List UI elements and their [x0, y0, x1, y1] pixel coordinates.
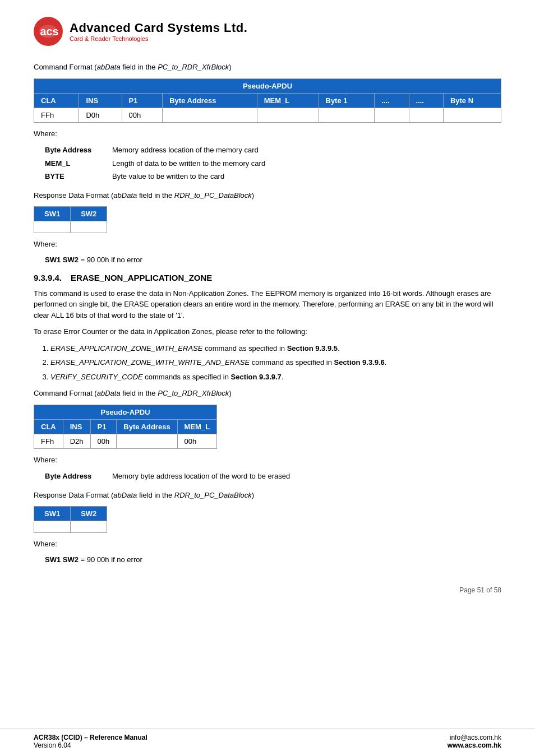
abdata-1: abData	[97, 63, 121, 71]
company-tagline: Card & Reader Technologies	[70, 35, 247, 42]
th-sw1-2: SW1	[34, 507, 71, 521]
where-section-1: Byte Address Memory address location of …	[45, 145, 501, 182]
list-item-1-italic: ERASE_APPLICATION_ZONE_WITH_ERASE	[50, 344, 202, 353]
where-row-1: Byte Address Memory address location of …	[45, 145, 501, 156]
where-row-3: BYTE Byte value to be written to the car…	[45, 171, 501, 182]
where-row-3-1: Byte Address Memory byte address locatio…	[45, 471, 501, 482]
th-p1-3: P1	[90, 419, 117, 434]
acs-logo-svg: acs	[38, 24, 58, 39]
list-item-2-rest: command as specified in	[250, 358, 334, 367]
pseudo-apdu-header-row-3: Pseudo-APDU	[34, 405, 217, 419]
table1-header-row: CLA INS P1 Byte Address MEM_L Byte 1 ...…	[34, 93, 501, 108]
footer-doc-title: ACR38x (CCID) – Reference Manual	[34, 734, 147, 741]
list-item-2-italic: ERASE_APPLICATION_ZONE_WITH_WRITE_AND_ER…	[50, 358, 250, 367]
sw-table1: SW1 SW2	[34, 206, 107, 233]
field-in-4: field in the	[137, 491, 174, 499]
table3: Pseudo-APDU CLA INS P1 Byte Address MEM_…	[34, 405, 217, 449]
table3-data-row: FFh D2h 00h 00h	[34, 434, 217, 448]
th-byten-1: Byte N	[443, 93, 501, 108]
response-label-1: Response Data Format (	[34, 191, 113, 200]
th-p1-1: P1	[122, 93, 163, 108]
where-section-3: Byte Address Memory byte address locatio…	[45, 471, 501, 482]
field-in-3: field in the	[121, 389, 158, 397]
sw-table2: SW1 SW2	[34, 506, 107, 533]
list-item-1-ref: Section 9.3.9.5	[287, 344, 338, 353]
section-9394-heading: 9.3.9.4. ERASE_NON_APPLICATION_ZONE	[34, 273, 501, 282]
sw-note-2: SW1 SW2 = 90 00h if no error	[45, 555, 501, 564]
section-title-9394: ERASE_NON_APPLICATION_ZONE	[71, 273, 212, 282]
td-byteaddr-val-1	[163, 108, 257, 122]
page-footer: ACR38x (CCID) – Reference Manual Version…	[0, 729, 535, 756]
list-item-2-ref: Section 9.3.9.6	[334, 358, 384, 367]
close-paren-4: )	[252, 491, 254, 499]
where-val-3-1: Memory byte address location of the word…	[112, 471, 290, 482]
list-item-1-end: .	[338, 344, 340, 353]
td-cla-1: FFh	[34, 108, 79, 122]
list-item-1: ERASE_APPLICATION_ZONE_WITH_ERASE comman…	[50, 343, 501, 354]
section-9394-para1: This command is used to erase the data i…	[34, 288, 501, 321]
cmd-format-label-1: Command Format (	[34, 63, 97, 71]
where-label-3: Where:	[34, 454, 501, 466]
where-key-3-1: Byte Address	[45, 471, 112, 482]
list-item-3: VERIFY_SECURITY_CODE commands as specifi…	[50, 372, 501, 383]
th-dots2-1: ....	[409, 93, 443, 108]
td-byteaddr-val-3	[117, 434, 177, 448]
sw-header-row-1: SW1 SW2	[34, 207, 107, 221]
where-label-1: Where:	[34, 128, 501, 140]
section-9394-list: ERASE_APPLICATION_ZONE_WITH_ERASE comman…	[50, 343, 501, 383]
td-cla-3: FFh	[34, 434, 63, 448]
th-ins-3: INS	[63, 419, 90, 434]
response-format-intro-1: Response Data Format (abData field in th…	[34, 190, 501, 201]
footer-email: info@acs.com.hk	[448, 734, 501, 741]
field-in-2: field in the	[137, 191, 174, 200]
table3-container: Pseudo-APDU CLA INS P1 Byte Address MEM_…	[34, 405, 501, 449]
th-meml-3: MEM_L	[177, 419, 217, 434]
th-byte1-1: Byte 1	[319, 93, 375, 108]
td-p1-1: 00h	[122, 108, 163, 122]
td-meml-val-3: 00h	[177, 434, 217, 448]
page-header: acs Advanced Card Systems Ltd. Card & Re…	[34, 17, 501, 46]
sw-table2-container: SW1 SW2	[34, 506, 501, 533]
td-sw2-2	[71, 521, 107, 533]
response-format-intro-2: Response Data Format (abData field in th…	[34, 490, 501, 501]
td-sw2-1	[71, 221, 107, 233]
list-item-3-ref: Section 9.3.9.7	[231, 373, 282, 381]
cmd-format-intro-1: Command Format (abData field in the PC_t…	[34, 62, 501, 73]
list-item-3-end: .	[282, 373, 284, 381]
header-text: Advanced Card Systems Ltd. Card & Reader…	[70, 21, 247, 42]
list-item-2-end: .	[385, 358, 387, 367]
th-meml-1: MEM_L	[257, 93, 319, 108]
footer-left: ACR38x (CCID) – Reference Manual Version…	[34, 734, 147, 749]
sw-note-1: SW1 SW2 = 90 00h if no error	[45, 256, 501, 264]
th-byteaddr-3: Byte Address	[117, 419, 177, 434]
footer-website: www.acs.com.hk	[448, 741, 501, 749]
where-row-2: MEM_L Length of data to be written to th…	[45, 158, 501, 169]
sw-data-row-2	[34, 521, 107, 533]
where-val-3: Byte value to be written to the card	[112, 171, 224, 182]
th-byteaddr-1: Byte Address	[163, 93, 257, 108]
th-cla-1: CLA	[34, 93, 79, 108]
th-cla-3: CLA	[34, 419, 63, 434]
td-meml-val-1	[257, 108, 319, 122]
pseudo-apdu-label-3: Pseudo-APDU	[34, 405, 217, 419]
sw-note-bold-1: SW1 SW2	[45, 256, 79, 264]
pseudo-apdu-header-row: Pseudo-APDU	[34, 78, 501, 93]
cmd-format-label-2: Command Format (	[34, 389, 97, 397]
th-dots1-1: ....	[375, 93, 409, 108]
abdata-4: abData	[113, 491, 137, 499]
td-ins-3: D2h	[63, 434, 90, 448]
where-val-2: Length of data to be written to the memo…	[112, 158, 265, 169]
th-ins-1: INS	[79, 93, 122, 108]
td-dots1-val-1	[375, 108, 409, 122]
abdata-2: abData	[113, 191, 137, 200]
where-label-sw2: Where:	[34, 539, 501, 550]
td-p1-3: 00h	[90, 434, 117, 448]
td-sw1-2	[34, 521, 71, 533]
field-in-1: field in the	[121, 63, 158, 71]
sw-data-row-1	[34, 221, 107, 233]
td-sw1-1	[34, 221, 71, 233]
footer-right: info@acs.com.hk www.acs.com.hk	[448, 734, 501, 749]
section-num-9394: 9.3.9.4.	[34, 273, 62, 282]
block-name-4: RDR_to_PC_DataBlock	[174, 491, 252, 499]
close-paren-1: )	[229, 63, 231, 71]
